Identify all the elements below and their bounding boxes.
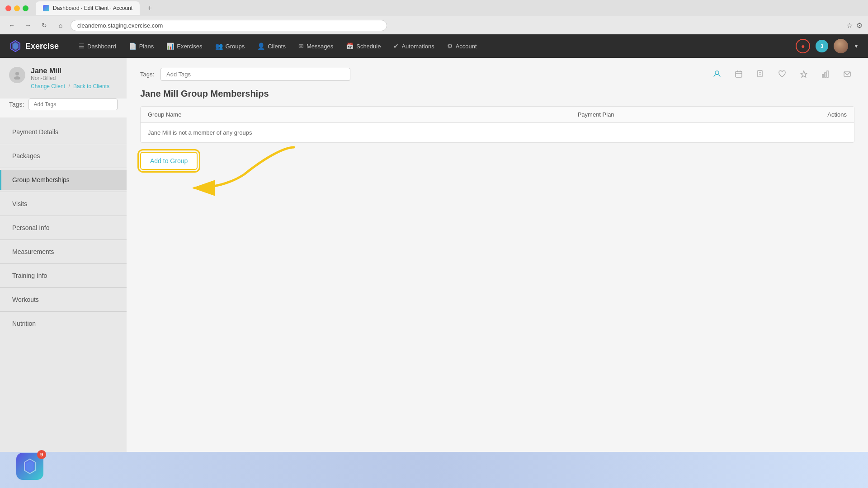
nav-label-clients: Clients — [268, 43, 286, 50]
sidebar-item-group-memberships[interactable]: Group Memberships — [0, 170, 127, 190]
email-icon — [843, 70, 851, 78]
sidebar-item-visits[interactable]: Visits — [0, 194, 127, 214]
client-icon-toolbar: Tags: — [140, 67, 854, 81]
home-button[interactable]: ⌂ — [54, 19, 67, 32]
change-client-link[interactable]: Change Client — [31, 83, 65, 89]
client-avatar-icon — [13, 70, 22, 80]
maximize-button[interactable] — [23, 5, 28, 11]
add-to-group-button[interactable]: Add to Group — [140, 152, 198, 170]
client-info: Jane Mill Non-Billed Change Client / Bac… — [0, 67, 127, 99]
nav-label-automations: Automations — [401, 43, 434, 50]
tags-input-main[interactable] — [160, 68, 350, 81]
sidebar-label-payment-details: Payment Details — [12, 128, 58, 136]
sidebar-item-packages[interactable]: Packages — [0, 146, 127, 166]
dock-logo-icon — [22, 458, 38, 474]
close-button[interactable] — [5, 5, 11, 11]
nav-label-account: Account — [456, 43, 477, 50]
reload-button[interactable]: ↻ — [38, 19, 51, 32]
content-area: Tags: — [127, 58, 868, 488]
groups-icon: 👥 — [215, 42, 223, 50]
svg-rect-14 — [822, 75, 824, 77]
topnav-right: ● 3 ▼ — [796, 39, 859, 53]
client-chart-icon[interactable] — [818, 67, 833, 81]
sidebar-divider-3 — [0, 192, 127, 192]
automations-icon: ✔ — [393, 42, 399, 50]
app: Exercise ☰ Dashboard 📄 Plans 📊 Exercises… — [0, 34, 868, 488]
arrow-annotation — [176, 138, 312, 211]
nav-item-plans[interactable]: 📄 Plans — [123, 34, 160, 58]
tags-input[interactable] — [28, 99, 118, 110]
nav-item-account[interactable]: ⚙ Account — [441, 34, 483, 58]
client-star-icon[interactable] — [797, 67, 811, 81]
forward-button[interactable]: → — [22, 19, 34, 32]
client-heart-icon[interactable] — [775, 67, 789, 81]
client-email-icon[interactable] — [840, 67, 854, 81]
exercises-icon: 📊 — [166, 42, 174, 50]
browser-chrome: Dashboard · Edit Client · Account + ← → … — [0, 0, 868, 34]
sidebar-divider-8 — [0, 311, 127, 312]
sidebar-label-personal-info: Personal Info — [12, 224, 50, 231]
client-details: Jane Mill Non-Billed Change Client / Bac… — [31, 67, 109, 89]
svg-marker-2 — [12, 42, 19, 51]
sidebar-item-payment-details[interactable]: Payment Details — [0, 122, 127, 142]
nav-item-exercises[interactable]: 📊 Exercises — [160, 34, 208, 58]
minimize-button[interactable] — [14, 5, 20, 11]
document-icon — [756, 70, 764, 78]
tab-title: Dashboard · Edit Client · Account — [53, 5, 132, 11]
timer-icon[interactable]: ● — [796, 39, 810, 53]
user-menu-chevron-icon[interactable]: ▼ — [854, 43, 859, 49]
new-tab-button[interactable]: + — [143, 2, 156, 14]
th-group-name: Group Name — [148, 111, 578, 118]
nav-item-clients[interactable]: 👤 Clients — [251, 34, 292, 58]
heart-icon — [778, 70, 786, 78]
bookmark-button[interactable]: ☆ — [846, 21, 853, 30]
browser-tab[interactable]: Dashboard · Edit Client · Account — [36, 1, 140, 15]
svg-point-5 — [715, 71, 719, 75]
address-bar[interactable]: cleandemo.staging.exercise.com — [71, 20, 387, 31]
nav-item-groups[interactable]: 👥 Groups — [209, 34, 251, 58]
sidebar-item-nutrition[interactable]: Nutrition — [0, 314, 127, 333]
nav-label-dashboard: Dashboard — [87, 43, 116, 50]
nav-label-exercises: Exercises — [177, 43, 202, 50]
nav-label-schedule: Schedule — [356, 43, 381, 50]
client-avatar — [9, 67, 25, 83]
svg-point-4 — [14, 76, 20, 80]
profile-icon — [713, 70, 721, 78]
sidebar-divider-7 — [0, 287, 127, 288]
sidebar-divider-4 — [0, 216, 127, 216]
back-button[interactable]: ← — [5, 19, 18, 32]
extensions-button[interactable]: ⚙ — [856, 21, 863, 30]
th-payment-plan: Payment Plan — [578, 111, 793, 118]
client-document-icon[interactable] — [753, 67, 768, 81]
nav-item-messages[interactable]: ✉ Messages — [292, 34, 340, 58]
nav-item-schedule[interactable]: 📅 Schedule — [340, 34, 387, 58]
link-separator: / — [68, 83, 71, 89]
user-avatar[interactable] — [834, 39, 848, 53]
sidebar-label-visits: Visits — [12, 200, 27, 207]
sidebar: Jane Mill Non-Billed Change Client / Bac… — [0, 58, 127, 488]
sidebar-item-measurements[interactable]: Measurements — [0, 242, 127, 262]
url-text: cleandemo.staging.exercise.com — [77, 22, 163, 29]
back-to-clients-link[interactable]: Back to Clients — [73, 83, 109, 89]
sidebar-label-packages: Packages — [12, 152, 40, 160]
dock-app-icon[interactable]: 9 — [16, 453, 43, 480]
section-title: Jane Mill Group Memberships — [140, 89, 854, 99]
browser-titlebar: Dashboard · Edit Client · Account + — [0, 0, 868, 16]
tags-row: Tags: — [0, 99, 127, 117]
nav-item-automations[interactable]: ✔ Automations — [387, 34, 440, 58]
svg-marker-21 — [25, 460, 34, 473]
client-calendar-icon[interactable] — [731, 67, 746, 81]
nav-label-groups: Groups — [226, 43, 245, 50]
nav-item-dashboard[interactable]: ☰ Dashboard — [72, 34, 123, 58]
svg-rect-16 — [827, 71, 828, 77]
sidebar-item-workouts[interactable]: Workouts — [0, 290, 127, 310]
star-icon — [800, 70, 808, 78]
sidebar-item-training-info[interactable]: Training Info — [0, 266, 127, 286]
client-profile-icon[interactable] — [710, 67, 724, 81]
sidebar-divider-2 — [0, 168, 127, 168]
sidebar-label-training-info: Training Info — [12, 272, 47, 279]
notification-badge[interactable]: 3 — [816, 40, 828, 52]
sidebar-item-personal-info[interactable]: Personal Info — [0, 218, 127, 238]
nav-label-messages: Messages — [307, 43, 333, 50]
svg-rect-15 — [825, 73, 826, 77]
